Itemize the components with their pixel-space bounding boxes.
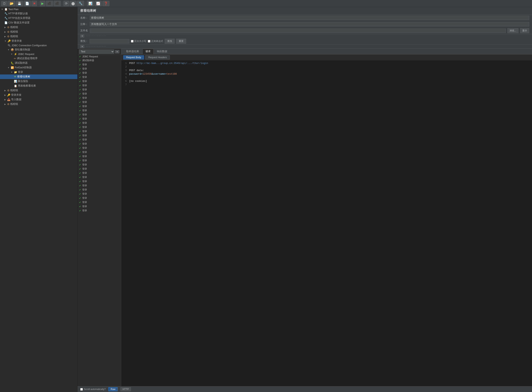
tree-item-jdbc-conn[interactable]: 🔌 JDBC Connection Configuration xyxy=(0,43,77,47)
tree-item-thread-2[interactable]: ▶ ⚙ 线程组 xyxy=(0,30,77,34)
tree-item-http-header[interactable]: 🔧 HTTP信息头管理器 xyxy=(0,16,77,20)
tree-item-throughput[interactable]: ▼ 📦 吞吐量控制器 xyxy=(0,47,77,52)
list-item[interactable]: ✔登录 xyxy=(77,129,121,133)
case-sensitive-checkbox[interactable] xyxy=(131,40,133,42)
http-button[interactable]: HTTP xyxy=(120,387,131,391)
format-dropdown[interactable]: Text xyxy=(79,49,114,54)
list-item[interactable]: ✔登录 xyxy=(77,167,121,171)
sub-tab-request-body[interactable]: Request Body xyxy=(123,55,144,60)
search-input[interactable] xyxy=(89,39,129,43)
tree-item-login-group[interactable]: ▼ 📁 登录 xyxy=(0,70,77,75)
raw-button[interactable]: Raw xyxy=(108,387,118,391)
list-item[interactable]: ✔登录 xyxy=(77,75,121,79)
list-item[interactable]: ✔登录 xyxy=(77,159,121,163)
browse-button[interactable]: 浏览... xyxy=(507,28,518,33)
list-item[interactable]: ✔登录 xyxy=(77,209,121,213)
save-button[interactable]: 💾 xyxy=(16,1,23,6)
tree-item-thread-5[interactable]: ▶ ⚙ 线程组 xyxy=(0,102,77,107)
revert-button[interactable]: ✖ xyxy=(31,1,37,6)
list-item[interactable]: ✔登录 xyxy=(77,83,121,88)
run-button[interactable]: ▶ xyxy=(40,1,45,6)
list-item[interactable]: ✔登录 xyxy=(77,192,121,196)
tab-response-data[interactable]: 响应数据 xyxy=(154,49,170,54)
remote-start-button[interactable]: ⬛ xyxy=(54,1,61,6)
expand-btn-2[interactable]: ▼ xyxy=(80,45,84,48)
list-item[interactable]: ✔调试取样器 xyxy=(77,58,121,63)
report-button[interactable]: 📈 xyxy=(94,1,102,6)
tree-item-thread-4[interactable]: ▶ ⚙ 线程组 xyxy=(0,88,77,93)
remote-stop-button[interactable]: ⬤ xyxy=(70,1,76,6)
list-item[interactable]: ✔登录 xyxy=(77,196,121,200)
list-item[interactable]: ✔登录 xyxy=(77,163,121,167)
list-item[interactable]: ✔登录 xyxy=(77,63,121,67)
stop-button[interactable]: ⬛ xyxy=(46,1,53,6)
options-button[interactable]: 📊 xyxy=(87,1,94,6)
list-item[interactable]: ✔登录 xyxy=(77,67,121,71)
list-item[interactable]: ✔登录 xyxy=(77,133,121,138)
line-content: [no cookies] xyxy=(129,80,147,83)
tree-item-table-result[interactable]: 📋 用表格察看结果 xyxy=(0,84,77,88)
list-item[interactable]: ✔登录 xyxy=(77,92,121,96)
tree-item-jdbc-request[interactable]: ▼ ⚡ JDBC Request xyxy=(0,52,77,56)
save-as-button[interactable]: 📄 xyxy=(24,1,31,6)
list-item[interactable]: ✔登录 xyxy=(77,96,121,100)
list-item[interactable]: ✔登录 xyxy=(77,138,121,142)
tree-item-csv[interactable]: 📄 CSV 数据文件设置 xyxy=(0,20,77,25)
foreach-arrow: ▼ xyxy=(8,66,9,69)
list-item[interactable]: ✔登录 xyxy=(77,125,121,129)
tab-sampler-result[interactable]: 取样器结果 xyxy=(123,49,142,54)
file-input[interactable] xyxy=(90,29,506,33)
open-button[interactable]: 📂 xyxy=(8,1,15,6)
list-item[interactable]: ✔登录 xyxy=(77,171,121,175)
list-item[interactable]: ✔登录 xyxy=(77,71,121,75)
list-item[interactable]: ✔登录 xyxy=(77,88,121,92)
tree-item-import[interactable]: ▶ 📥 导入数据 xyxy=(0,97,77,102)
tree-item-debug-sampler[interactable]: 🐛 调试取样器 xyxy=(0,61,77,65)
list-item[interactable]: ✔登录 xyxy=(77,100,121,104)
list-item[interactable]: ✔登录 xyxy=(77,183,121,188)
list-item[interactable]: ✔登录 xyxy=(77,175,121,179)
tree-item-login-dev[interactable]: ▼ 🔑 登录并发 xyxy=(0,39,77,43)
regex-checkbox[interactable] xyxy=(148,40,150,42)
list-item[interactable]: ✔登录 xyxy=(77,204,121,209)
list-item[interactable]: ✔登录 xyxy=(77,108,121,113)
tree-item-foreach[interactable]: ▼ 🔁 ForEach控制器 xyxy=(0,65,77,70)
tree-item-http-defaults[interactable]: 🔧 HTTP请求默认值 xyxy=(0,11,77,16)
list-item[interactable]: ✔登录 xyxy=(77,104,121,108)
scroll-auto-checkbox[interactable] xyxy=(80,388,83,391)
list-item[interactable]: ✔登录 xyxy=(77,200,121,204)
dropdown-arrow-button[interactable]: ▼ xyxy=(115,50,119,53)
list-item[interactable]: ✔登录 xyxy=(77,188,121,192)
tree-item-login-dev-2[interactable]: ▶ 🔑 登录并发 xyxy=(0,93,77,97)
list-item-label: 登录 xyxy=(82,105,87,108)
list-item[interactable]: ✔登录 xyxy=(77,150,121,154)
list-item[interactable]: ✔登录 xyxy=(77,179,121,183)
list-item[interactable]: ✔登录 xyxy=(77,146,121,150)
tree-item-aggregate[interactable]: 📊 聚合报告 xyxy=(0,79,77,84)
list-item[interactable]: ✔登录 xyxy=(77,142,121,146)
help-button[interactable]: ❓ xyxy=(102,1,109,6)
find-button[interactable]: 查找 xyxy=(165,39,175,44)
new-button[interactable]: 🗋 xyxy=(1,1,8,6)
reset-button[interactable]: 重置 xyxy=(176,39,186,44)
tree-item-thread-3[interactable]: ▶ ⚙ 线程组 xyxy=(0,34,77,39)
sub-tab-request-headers[interactable]: Request Headers xyxy=(145,55,170,60)
tree-item-thread-1[interactable]: ▶ ⚙ 线程组 xyxy=(0,25,77,30)
expand-btn-1[interactable]: ▼ xyxy=(80,35,84,37)
name-input[interactable] xyxy=(90,16,529,20)
list-item[interactable]: ✔登录 xyxy=(77,117,121,121)
tree-item-post-processor[interactable]: ✏ 调试后置处理程序 xyxy=(0,56,77,61)
clear-button[interactable]: ⟳ xyxy=(63,1,69,6)
list-item[interactable]: ✔登录 xyxy=(77,79,121,83)
tab-request[interactable]: 请求 xyxy=(142,49,154,54)
list-item[interactable]: ✔JDBC Request xyxy=(77,55,121,58)
tree-item-view-result[interactable]: 👁 察看结果树 xyxy=(0,75,77,79)
tree-item-test-plan[interactable]: ▼ 📋 Test Plan xyxy=(0,7,77,11)
comment-input[interactable] xyxy=(90,22,529,26)
list-item[interactable]: ✔登录 xyxy=(77,121,121,125)
list-item[interactable]: ✔登录 xyxy=(77,154,121,159)
remote-clear-button[interactable]: 🔧 xyxy=(77,1,84,6)
show-button[interactable]: 显示 xyxy=(520,28,529,33)
list-item-label: 登录 xyxy=(82,150,87,154)
list-item[interactable]: ✔登录 xyxy=(77,113,121,117)
